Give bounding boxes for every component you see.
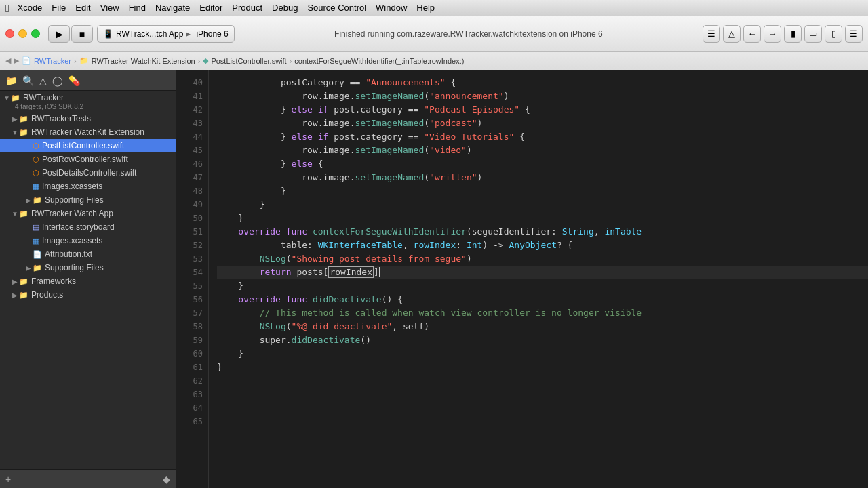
sidebar-item-label: Products — [31, 290, 63, 300]
stop-button[interactable]: ■ — [71, 25, 93, 43]
line-num-44: 44 — [176, 130, 208, 144]
breadcrumb-target[interactable]: RWTracker WatchKit Extension — [92, 57, 195, 65]
zoom-button[interactable] — [31, 29, 40, 38]
run-stop-group: ▶ ■ — [48, 25, 93, 43]
sidebar-search-btn[interactable]: 🔍 — [22, 75, 34, 86]
text-file-icon: 📄 — [33, 250, 42, 259]
sidebar-item-supporting-files-watch[interactable]: ▶ 📁 Supporting Files — [0, 261, 176, 274]
device-name: iPhone 6 — [196, 29, 228, 39]
breadcrumb-nav-back[interactable]: ◀ — [5, 56, 11, 65]
minimize-button[interactable] — [18, 29, 27, 38]
code-editor[interactable]: 40 41 42 43 44 45 46 47 48 49 50 51 52 5… — [176, 70, 868, 488]
sidebar-item-postdetailscontroller[interactable]: ⬡ PostDetailsController.swift — [0, 166, 176, 180]
sidebar-item-attribution[interactable]: 📄 Attribution.txt — [0, 247, 176, 261]
sidebar-test-btn[interactable]: ◯ — [52, 75, 63, 86]
close-button[interactable] — [5, 29, 14, 38]
breadcrumb-nav-fwd[interactable]: ▶ — [14, 56, 19, 65]
sidebar-item-rwtrackertests[interactable]: ▶ 📁 RWTrackerTests — [0, 112, 176, 125]
run-button[interactable]: ▶ — [48, 25, 70, 43]
toolbar-back-btn[interactable]: ← — [743, 25, 761, 43]
scheme-selector[interactable]: 📱 RWTrack...tch App ▶ iPhone 6 — [97, 25, 235, 43]
sidebar-item-postlistcontroller[interactable]: ⬡ PostListController.swift — [0, 139, 176, 152]
toolbar-left-panel-btn[interactable]: ☰ — [703, 25, 720, 43]
line-num-63: 63 — [176, 388, 208, 401]
code-line-56: } — [217, 279, 868, 293]
breadcrumb-bar: ◀ ▶ 📄 RWTracker › 📁 RWTracker WatchKit E… — [0, 52, 868, 70]
menu-editor[interactable]: Editor — [199, 3, 222, 13]
menu-xcode[interactable]: Xcode — [17, 3, 42, 13]
sidebar-item-watch-app[interactable]: ▼ 📁 RWTracker Watch App — [0, 207, 176, 220]
line-num-59: 59 — [176, 333, 208, 347]
sidebar-item-images-xcassets-watch[interactable]: ▦ Images.xcassets — [0, 234, 176, 247]
menu-navigate[interactable]: Navigate — [155, 3, 190, 13]
sidebar-item-interface-storyboard[interactable]: ▤ Interface.storyboard — [0, 220, 176, 234]
sidebar: 📁 🔍 △ ◯ 💊 ▼ 📁 RWTracker 4 targets, iOS S… — [0, 70, 176, 488]
line-num-50: 50 — [176, 211, 208, 225]
code-line-48: } — [217, 184, 868, 198]
sidebar-bottom: + ◆ — [0, 469, 176, 488]
sidebar-tree: ▼ 📁 RWTracker 4 targets, iOS SDK 8.2 ▶ 📁… — [0, 91, 176, 469]
filter-button[interactable]: ◆ — [163, 474, 170, 485]
code-line-47: row.image.setImageNamed("written") — [217, 171, 868, 184]
sidebar-item-images-xcassets[interactable]: ▦ Images.xcassets — [0, 180, 176, 193]
sidebar-item-label: PostListController.swift — [42, 141, 124, 150]
apple-menu[interactable]:  — [5, 2, 9, 14]
sidebar-item-watchkit-extension[interactable]: ▼ 📁 RWTracker WatchKit Extension — [0, 125, 176, 139]
toolbar-forward-btn[interactable]: → — [764, 25, 781, 43]
add-button[interactable]: + — [5, 474, 11, 485]
menu-source-control[interactable]: Source Control — [307, 3, 366, 13]
breadcrumb-file[interactable]: PostListController.swift — [211, 57, 286, 65]
line-num-54: 54 — [176, 266, 208, 279]
code-line-53: table: WKInterfaceTable, rowIndex: Int) … — [217, 239, 868, 252]
code-area[interactable]: 40 41 42 43 44 45 46 47 48 49 50 51 52 5… — [176, 70, 868, 488]
toolbar-right-panel-btn[interactable]: ☰ — [845, 25, 863, 43]
menu-product[interactable]: Product — [232, 3, 262, 13]
project-icon: 📁 — [11, 94, 20, 102]
menu-window[interactable]: Window — [376, 3, 407, 13]
menu-find[interactable]: Find — [129, 3, 146, 13]
sidebar-item-label: PostDetailsController.swift — [42, 168, 136, 178]
menu-file[interactable]: File — [52, 3, 66, 13]
disclosure-icon: ▼ — [11, 210, 19, 218]
swift-file-icon: ⬡ — [33, 155, 39, 164]
toolbar-right-buttons: ☰ △ ← → ▮ ▭ ▯ ☰ — [703, 25, 863, 43]
breadcrumb-project[interactable]: RWTracker — [34, 57, 71, 65]
sidebar-nav-btn[interactable]: 📁 — [5, 75, 17, 86]
toolbar-layout3-btn[interactable]: ▯ — [825, 25, 842, 43]
status-text: Finished running com.razeware.RWTracker.… — [334, 29, 603, 39]
line-num-40: 40 — [176, 76, 208, 89]
sidebar-item-supporting-files-watchkit[interactable]: ▶ 📁 Supporting Files — [0, 193, 176, 207]
sidebar-item-label: Attribution.txt — [45, 249, 92, 259]
menu-help[interactable]: Help — [416, 3, 435, 13]
sep3: › — [290, 57, 292, 65]
toolbar-layout2-btn[interactable]: ▭ — [804, 25, 822, 43]
sidebar-warning-btn[interactable]: △ — [39, 75, 47, 86]
toolbar-layout1-btn[interactable]: ▮ — [784, 25, 802, 43]
sidebar-item-label: Images.xcassets — [42, 182, 102, 191]
sidebar-item-frameworks[interactable]: ▶ 📁 Frameworks — [0, 274, 176, 288]
sidebar-item-label: Supporting Files — [45, 263, 104, 272]
code-line-41: row.image.setImageNamed("announcement") — [217, 89, 868, 103]
toolbar-warning-btn[interactable]: △ — [723, 25, 741, 43]
menu-debug[interactable]: Debug — [272, 3, 298, 13]
code-line-52: override func contextForSegueWithIdentif… — [217, 225, 868, 239]
sidebar-item-label: RWTracker Watch App — [31, 209, 113, 218]
line-num-64: 64 — [176, 401, 208, 415]
sidebar-item-products[interactable]: ▶ 📁 Products — [0, 288, 176, 302]
line-num-45: 45 — [176, 144, 208, 157]
sidebar-item-rwtracker-root[interactable]: ▼ 📁 RWTracker — [0, 91, 176, 104]
sidebar-debug-btn[interactable]: 💊 — [68, 75, 80, 86]
menu-view[interactable]: View — [100, 3, 119, 13]
sidebar-item-label: RWTrackerTests — [31, 114, 91, 123]
main-area: 📁 🔍 △ ◯ 💊 ▼ 📁 RWTracker 4 targets, iOS S… — [0, 70, 868, 488]
code-line-45: row.image.setImageNamed("video") — [217, 144, 868, 157]
breadcrumb-symbol[interactable]: contextForSegueWithIdentifier(_:inTable:… — [294, 57, 464, 65]
menu-edit[interactable]: Edit — [75, 3, 90, 13]
line-num-53: 53 — [176, 252, 208, 266]
sidebar-item-postrowcontroller[interactable]: ⬡ PostRowController.swift — [0, 152, 176, 166]
cursor-word: rowIndex — [328, 266, 374, 278]
sidebar-item-label: Supporting Files — [45, 195, 104, 205]
code-content[interactable]: postCategory == "Announcements" { row.im… — [209, 70, 868, 488]
code-line-42: } else if post.category == "Podcast Epis… — [217, 103, 868, 117]
sidebar-item-label: PostRowController.swift — [42, 155, 128, 164]
